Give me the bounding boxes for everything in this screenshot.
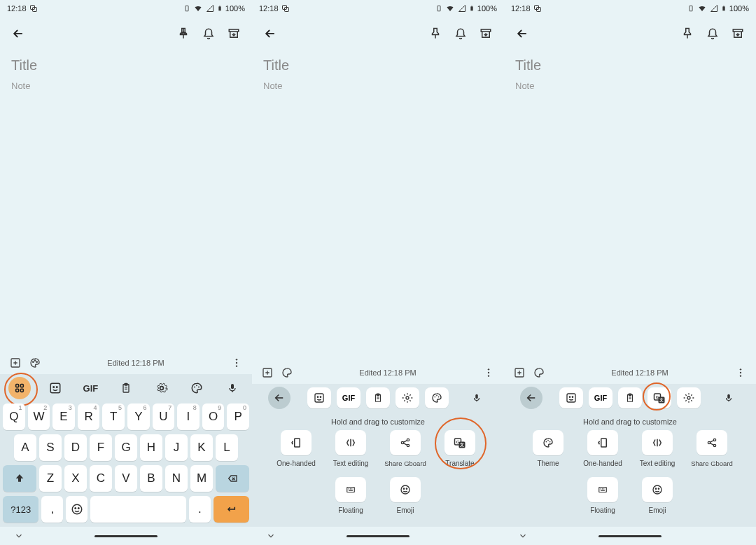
- key-Q[interactable]: Q1: [3, 403, 25, 430]
- archive-button[interactable]: [473, 21, 498, 46]
- tools-back-icon[interactable]: [268, 387, 290, 409]
- settings-icon[interactable]: [144, 377, 178, 399]
- overflow-button[interactable]: [731, 363, 750, 382]
- note-editor[interactable]: Title Note: [252, 50, 504, 361]
- pin-button[interactable]: [171, 21, 196, 46]
- add-button[interactable]: [6, 353, 25, 373]
- reminder-button[interactable]: [196, 21, 221, 46]
- sticker-icon[interactable]: [307, 387, 331, 408]
- key-C[interactable]: C: [90, 465, 112, 492]
- tool-one-handed[interactable]: One-handed: [580, 430, 625, 467]
- tool-theme[interactable]: Theme: [526, 430, 570, 467]
- pin-button[interactable]: [423, 21, 448, 46]
- backspace-key[interactable]: [216, 465, 249, 492]
- space-key[interactable]: [90, 496, 186, 523]
- key-H[interactable]: H: [140, 434, 162, 461]
- palette-button[interactable]: [529, 363, 549, 382]
- enter-key[interactable]: [214, 496, 249, 523]
- key-Z[interactable]: Z: [39, 465, 62, 492]
- tool-share-gboard[interactable]: Share Gboard: [690, 430, 734, 467]
- note-field[interactable]: Note: [11, 81, 241, 91]
- settings-icon[interactable]: [396, 387, 419, 408]
- key-N[interactable]: N: [165, 465, 188, 492]
- tool-share-gboard[interactable]: Share Gboard: [383, 430, 428, 467]
- palette-button[interactable]: [25, 353, 45, 373]
- sticker-icon[interactable]: [38, 377, 73, 399]
- theme-palette-icon[interactable]: [180, 377, 214, 399]
- comma-key[interactable]: ,: [41, 496, 63, 523]
- key-D[interactable]: D: [64, 434, 87, 461]
- key-P[interactable]: P0: [227, 403, 249, 430]
- tool-emoji[interactable]: Emoji: [383, 477, 428, 514]
- key-X[interactable]: X: [64, 465, 87, 492]
- gif-icon[interactable]: GIF: [589, 387, 612, 408]
- apps-grid-icon[interactable]: [8, 377, 31, 399]
- clipboard-icon[interactable]: [366, 387, 390, 408]
- note-field[interactable]: Note: [515, 81, 745, 91]
- period-key[interactable]: .: [189, 496, 211, 523]
- tools-back-icon[interactable]: [520, 387, 542, 409]
- mic-icon[interactable]: [704, 387, 753, 409]
- key-U[interactable]: U7: [153, 403, 175, 430]
- key-O[interactable]: O9: [202, 403, 225, 430]
- palette-button[interactable]: [277, 363, 297, 382]
- nav-pill[interactable]: [94, 535, 158, 537]
- keyboard-dismiss-icon[interactable]: [518, 531, 528, 541]
- key-I[interactable]: I8: [177, 403, 200, 430]
- tool-floating[interactable]: Floating: [328, 477, 373, 514]
- key-K[interactable]: K: [190, 434, 213, 461]
- key-W[interactable]: W2: [28, 403, 50, 430]
- sticker-icon[interactable]: [559, 387, 583, 408]
- tool-floating[interactable]: Floating: [580, 477, 625, 514]
- pin-button[interactable]: [675, 21, 700, 46]
- tool-text-editing[interactable]: Text editing: [635, 430, 680, 467]
- clipboard-icon[interactable]: [618, 387, 642, 408]
- key-B[interactable]: B: [140, 465, 162, 492]
- key-M[interactable]: M: [190, 465, 213, 492]
- overflow-button[interactable]: [479, 363, 498, 382]
- note-field[interactable]: Note: [263, 81, 493, 91]
- gif-icon[interactable]: GIF: [74, 377, 108, 399]
- tool-emoji[interactable]: Emoji: [635, 477, 680, 514]
- nav-pill[interactable]: [598, 535, 662, 537]
- note-editor[interactable]: Title Note: [504, 50, 756, 361]
- tool-translate[interactable]: G文 Translate: [438, 430, 482, 467]
- reminder-button[interactable]: [700, 21, 725, 46]
- add-button[interactable]: [510, 363, 529, 382]
- key-R[interactable]: R4: [78, 403, 100, 430]
- key-J[interactable]: J: [165, 434, 188, 461]
- reminder-button[interactable]: [448, 21, 473, 46]
- emoji-key[interactable]: [66, 496, 88, 523]
- note-editor[interactable]: Title Note: [0, 50, 252, 352]
- shift-key[interactable]: [3, 465, 36, 492]
- key-T[interactable]: T5: [102, 403, 125, 430]
- keyboard-dismiss-icon[interactable]: [266, 531, 276, 541]
- keyboard-dismiss-icon[interactable]: [14, 531, 24, 541]
- theme-palette-icon[interactable]: [425, 387, 449, 408]
- clipboard-icon[interactable]: [109, 377, 144, 399]
- key-V[interactable]: V: [115, 465, 137, 492]
- key-F[interactable]: F: [90, 434, 112, 461]
- title-field[interactable]: Title: [11, 57, 241, 74]
- key-Y[interactable]: Y6: [127, 403, 150, 430]
- key-G[interactable]: G: [115, 434, 137, 461]
- symbols-key[interactable]: ?123: [3, 496, 38, 523]
- nav-pill[interactable]: [346, 535, 410, 537]
- tool-text-editing[interactable]: Text editing: [328, 430, 373, 467]
- mic-icon[interactable]: [452, 387, 501, 409]
- overflow-button[interactable]: [227, 353, 246, 373]
- mic-icon[interactable]: [215, 377, 249, 399]
- back-button[interactable]: [258, 21, 283, 46]
- archive-button[interactable]: [221, 21, 246, 46]
- back-button[interactable]: [510, 21, 535, 46]
- title-field[interactable]: Title: [263, 57, 493, 74]
- archive-button[interactable]: [725, 21, 750, 46]
- key-A[interactable]: A: [14, 434, 36, 461]
- key-L[interactable]: L: [216, 434, 238, 461]
- add-button[interactable]: [258, 363, 277, 382]
- key-S[interactable]: S: [39, 434, 62, 461]
- settings-icon[interactable]: [677, 387, 701, 408]
- key-E[interactable]: E3: [52, 403, 75, 430]
- back-button[interactable]: [6, 21, 31, 46]
- gif-icon[interactable]: GIF: [337, 387, 360, 408]
